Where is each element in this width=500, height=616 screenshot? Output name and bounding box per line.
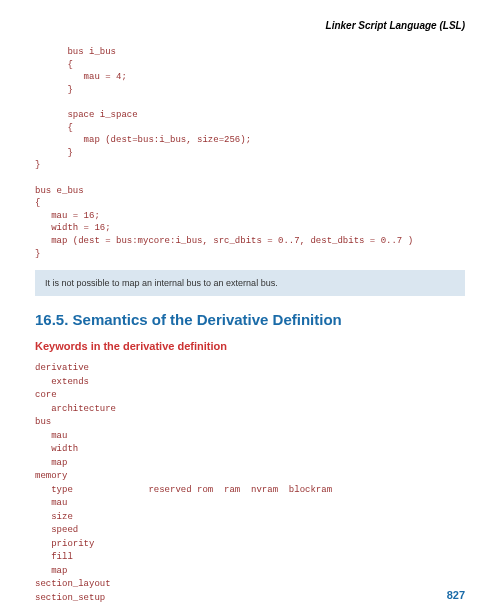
page-number: 827: [447, 589, 465, 601]
page: Linker Script Language (LSL) bus i_bus {…: [0, 0, 500, 616]
keywords-list: derivative extends core architecture bus…: [35, 362, 465, 616]
note-box: It is not possible to map an internal bu…: [35, 270, 465, 296]
subsection-heading: Keywords in the derivative definition: [35, 340, 465, 352]
page-header-title: Linker Script Language (LSL): [35, 20, 465, 31]
code-block-bus-definition: bus i_bus { mau = 4; } space i_space { m…: [35, 46, 465, 260]
section-heading: 16.5. Semantics of the Derivative Defini…: [35, 311, 465, 328]
